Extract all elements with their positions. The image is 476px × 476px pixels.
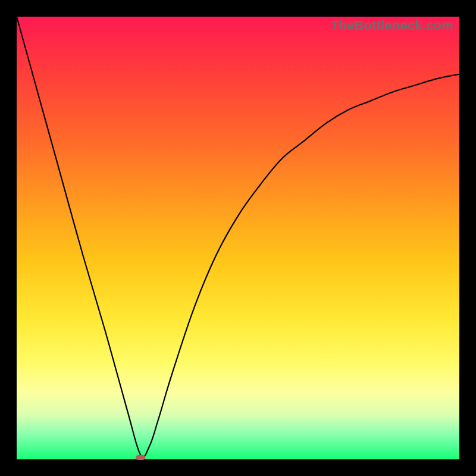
plot-area: TheBottleneck.com xyxy=(17,17,459,459)
minimum-marker xyxy=(136,455,145,460)
bottleneck-curve xyxy=(17,17,459,459)
chart-frame: TheBottleneck.com xyxy=(0,0,476,476)
